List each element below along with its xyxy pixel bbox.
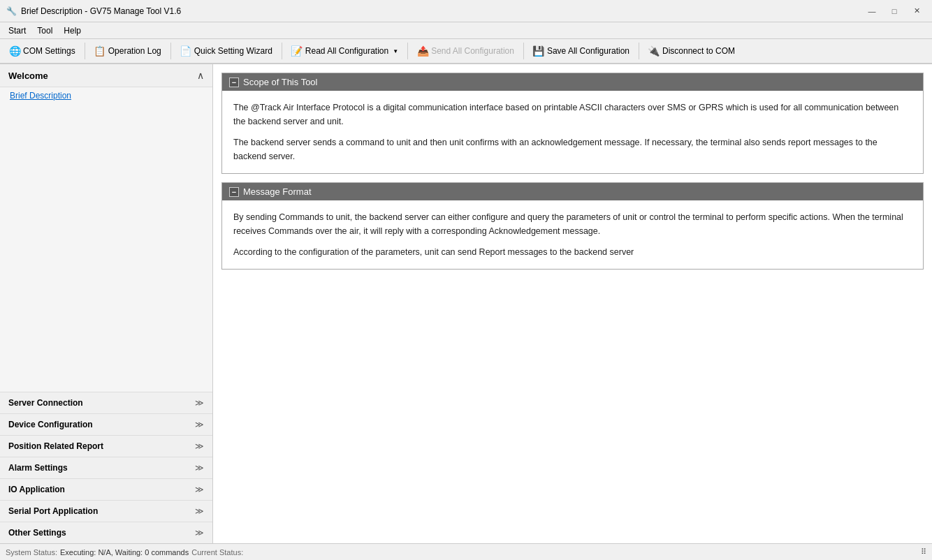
io-application-label: IO Application xyxy=(8,485,65,494)
toolbar: 🌐 COM Settings 📋 Operation Log 📄 Quick S… xyxy=(0,39,932,64)
separator-5 xyxy=(523,43,524,59)
quick-setting-icon: 📄 xyxy=(180,45,191,57)
maximize-button[interactable]: □ xyxy=(884,4,904,18)
message-format-collapse-icon[interactable]: − xyxy=(229,187,239,197)
message-format-paragraph-1: By sending Commands to unit, the backend… xyxy=(233,210,912,238)
position-report-chevron: ≫ xyxy=(195,441,204,451)
window-title: Brief Description - GV75 Manage Tool V1.… xyxy=(21,6,862,16)
read-all-dropdown-arrow: ▼ xyxy=(393,48,398,54)
server-connection-label: Server Connection xyxy=(8,398,83,408)
com-settings-icon: 🌐 xyxy=(9,45,20,57)
device-config-chevron: ≫ xyxy=(195,420,204,429)
quick-setting-label: Quick Setting Wizard xyxy=(194,46,272,56)
content-panel: − Scope of This Tool The @Track Air Inte… xyxy=(213,64,932,543)
minimize-button[interactable]: — xyxy=(862,4,882,18)
sidebar-item-position-report[interactable]: Position Related Report ≫ xyxy=(0,435,212,457)
save-all-icon: 💾 xyxy=(533,45,544,57)
separator-6 xyxy=(639,43,639,59)
separator-2 xyxy=(170,43,171,59)
separator-4 xyxy=(407,43,408,59)
system-status-label: System Status: xyxy=(6,548,57,557)
sidebar-item-alarm-settings[interactable]: Alarm Settings ≫ xyxy=(0,457,212,478)
sidebar: Welcome ∧ Brief Description Server Conne… xyxy=(0,64,213,543)
scope-section-header: − Scope of This Tool xyxy=(222,73,923,91)
read-all-button[interactable]: 📝 Read All Configuration ▼ xyxy=(285,43,405,59)
io-application-chevron: ≫ xyxy=(195,485,204,494)
device-config-label: Device Configuration xyxy=(8,420,93,429)
read-all-icon: 📝 xyxy=(291,45,303,57)
scope-section: − Scope of This Tool The @Track Air Inte… xyxy=(221,73,924,174)
save-all-button[interactable]: 💾 Save All Configuration xyxy=(527,43,636,59)
welcome-section-header: Welcome ∧ xyxy=(0,64,212,87)
close-button[interactable]: ✕ xyxy=(907,4,926,18)
message-format-title: Message Format xyxy=(243,186,312,197)
main-area: Welcome ∧ Brief Description Server Conne… xyxy=(0,64,932,543)
status-bar-right-indicator: ⠿ xyxy=(921,547,926,557)
read-all-label: Read All Configuration xyxy=(305,46,388,56)
serial-port-label: Serial Port Application xyxy=(8,506,98,516)
message-format-paragraph-2: According to the configuration of the pa… xyxy=(233,245,912,259)
disconnect-button[interactable]: 🔌 Disconnect to COM xyxy=(642,43,741,59)
send-all-button[interactable]: 📤 Send All Configuration xyxy=(411,43,520,59)
welcome-collapse-btn[interactable]: ∧ xyxy=(197,70,204,81)
menu-help[interactable]: Help xyxy=(58,24,87,37)
message-format-body: By sending Commands to unit, the backend… xyxy=(222,200,923,269)
message-format-section: − Message Format By sending Commands to … xyxy=(221,182,924,270)
scope-collapse-icon[interactable]: − xyxy=(229,78,239,87)
save-all-label: Save All Configuration xyxy=(547,46,629,56)
menu-bar: Start Tool Help xyxy=(0,22,932,39)
send-all-icon: 📤 xyxy=(417,45,428,57)
app-icon: 🔧 xyxy=(6,6,17,17)
operation-log-button[interactable]: 📋 Operation Log xyxy=(88,43,168,59)
separator-3 xyxy=(282,43,282,59)
quick-setting-button[interactable]: 📄 Quick Setting Wizard xyxy=(174,43,279,59)
sidebar-item-io-application[interactable]: IO Application ≫ xyxy=(0,478,212,500)
scope-paragraph-2: The backend server sends a command to un… xyxy=(233,135,912,163)
com-settings-button[interactable]: 🌐 COM Settings xyxy=(3,43,82,59)
operation-log-icon: 📋 xyxy=(94,45,105,57)
com-settings-label: COM Settings xyxy=(23,46,75,56)
separator-1 xyxy=(85,43,85,59)
sidebar-spacer xyxy=(0,104,212,392)
menu-tool[interactable]: Tool xyxy=(31,24,58,37)
sidebar-item-device-config[interactable]: Device Configuration ≫ xyxy=(0,413,212,435)
title-bar: 🔧 Brief Description - GV75 Manage Tool V… xyxy=(0,0,932,22)
disconnect-label: Disconnect to COM xyxy=(662,46,735,56)
sidebar-item-other-settings[interactable]: Other Settings ≫ xyxy=(0,522,212,543)
status-bar: System Status: Executing: N/A, Waiting: … xyxy=(0,543,932,560)
current-status-label: Current Status: xyxy=(191,548,243,557)
window-controls: — □ ✕ xyxy=(862,4,926,18)
operation-log-label: Operation Log xyxy=(108,46,161,56)
system-status-value: Executing: N/A, Waiting: 0 commands xyxy=(60,548,189,557)
serial-port-chevron: ≫ xyxy=(195,506,204,516)
scope-section-body: The @Track Air Interface Protocol is a d… xyxy=(222,91,923,173)
disconnect-icon: 🔌 xyxy=(648,45,660,57)
scope-paragraph-1: The @Track Air Interface Protocol is a d… xyxy=(233,101,912,128)
message-format-header: − Message Format xyxy=(222,183,923,200)
status-left: System Status: Executing: N/A, Waiting: … xyxy=(6,548,243,557)
menu-start[interactable]: Start xyxy=(3,24,31,37)
scope-section-title: Scope of This Tool xyxy=(243,77,317,87)
brief-description-link[interactable]: Brief Description xyxy=(0,87,212,104)
welcome-title: Welcome xyxy=(8,71,48,81)
other-settings-label: Other Settings xyxy=(8,528,66,538)
send-all-label: Send All Configuration xyxy=(431,46,514,56)
alarm-settings-label: Alarm Settings xyxy=(8,463,68,473)
sidebar-item-serial-port[interactable]: Serial Port Application ≫ xyxy=(0,500,212,522)
alarm-settings-chevron: ≫ xyxy=(195,463,204,473)
position-report-label: Position Related Report xyxy=(8,441,103,451)
other-settings-chevron: ≫ xyxy=(195,528,204,538)
sidebar-item-server-connection[interactable]: Server Connection ≫ xyxy=(0,392,212,413)
server-connection-chevron: ≫ xyxy=(195,398,204,408)
